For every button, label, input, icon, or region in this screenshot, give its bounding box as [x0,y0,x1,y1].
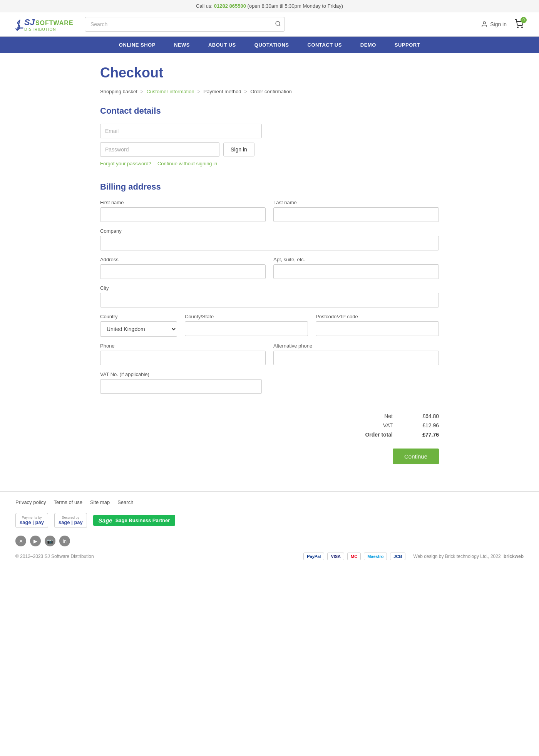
company-label: Company [100,228,439,234]
footer-sitemap[interactable]: Site map [90,499,110,505]
footer-right: PayPal VISA MC Maestro JCB Web design by… [303,553,524,560]
phone-label: Phone [100,343,266,349]
cart-button[interactable]: 0 [514,19,524,30]
phone-group: Phone [100,343,266,365]
country-select[interactable]: United Kingdom [100,321,177,337]
paypal-icon: PayPal [303,553,324,560]
logo-icon: ⍼ [15,17,23,32]
payment-icons: PayPal VISA MC Maestro JCB [303,553,405,560]
twitter-icon[interactable]: ✕ [15,536,26,546]
logo[interactable]: ⍼ SJ SOFTWARE DISTRIBUTION [15,17,77,32]
city-label: City [100,285,439,291]
logo-text: SJ SOFTWARE DISTRIBUTION [24,17,74,32]
alt-phone-group: Alternative phone [273,343,439,365]
postcode-input[interactable] [316,321,439,336]
nav-item-about-us[interactable]: ABOUT US [199,37,245,53]
last-name-input[interactable] [273,207,439,222]
breadcrumb-step4: Order confirmation [250,89,292,94]
footer-bottom: © 2012–2023 SJ Software Distribution Pay… [15,553,524,560]
net-row: Net £64.80 [323,413,439,419]
nav-item-support[interactable]: SUPPORT [385,37,429,53]
breadcrumb-sep1: > [141,89,144,94]
page-title: Checkout [100,65,439,81]
city-input[interactable] [100,293,439,307]
copyright: © 2012–2023 SJ Software Distribution [15,554,94,559]
last-name-group: Last name [273,200,439,222]
vat-label: VAT [383,422,393,428]
city-group: City [100,285,439,307]
nav-item-quotations[interactable]: QUOTATIONS [245,37,298,53]
alt-phone-input[interactable] [273,351,439,365]
order-summary: Net £64.80 VAT £12.96 Order total £77.76 [100,405,439,441]
country-group: Country United Kingdom [100,314,177,337]
vat-row: VAT £12.96 [323,422,439,428]
logo-software: SOFTWARE [35,20,74,27]
svg-point-0 [276,22,280,26]
search-icon[interactable] [275,21,281,28]
postcode-label: Postcode/ZIP code [316,314,439,319]
breadcrumb-sep3: > [244,89,248,94]
company-row: Company [100,228,439,250]
city-row: City [100,285,439,307]
email-input[interactable] [100,124,262,138]
contact-details-section: Contact details Sign in Forgot your pass… [100,106,439,166]
footer-privacy[interactable]: Privacy policy [15,499,46,505]
continue-without-signing-link[interactable]: Continue without signing in [157,161,217,166]
footer-links: Privacy policy Terms of use Site map Sea… [15,499,524,505]
password-row: Sign in [100,142,439,157]
nav-item-contact-us[interactable]: CONTACT US [298,37,351,53]
mastercard-icon: MC [347,553,361,560]
total-label: Order total [365,432,393,438]
address-input[interactable] [100,264,266,279]
continue-button[interactable]: Continue [393,449,439,464]
sage-icon: Sage [99,517,112,524]
forgot-password-link[interactable]: Forgot your password? [100,161,151,166]
apt-label: Apt, suite, etc. [273,257,439,262]
footer-search[interactable]: Search [117,499,133,505]
sign-in-form-button[interactable]: Sign in [223,143,254,156]
logo-sj: SJ [24,17,35,27]
sage-partner-badge: Sage Sage Business Partner [93,515,175,526]
topbar-phone[interactable]: 01282 865500 [214,3,246,9]
nav-item-news[interactable]: NEWS [165,37,199,53]
sage-partner-text: Sage Business Partner [116,517,170,523]
linkedin-icon[interactable]: in [59,536,70,546]
nav-item-demo[interactable]: DEMO [351,37,385,53]
maestro-icon: Maestro [364,553,387,560]
breadcrumb-step2[interactable]: Customer information [146,89,194,94]
breadcrumb-step3: Payment method [203,89,241,94]
secured-badge: Secured by sage | pay [54,513,87,528]
country-label: Country [100,314,177,319]
vat-input[interactable] [100,379,262,394]
county-input[interactable] [185,321,308,336]
webdesign-text: Web design by Brick technology Ltd., 202… [413,554,500,559]
vat-value: £12.96 [408,422,439,428]
email-row [100,124,439,138]
total-row: Order total £77.76 [323,432,439,438]
footer-terms[interactable]: Terms of use [54,499,82,505]
logo-dist: DISTRIBUTION [24,27,74,32]
name-row: First name Last name [100,200,439,222]
breadcrumb-step1[interactable]: Shopping basket [100,89,137,94]
company-input[interactable] [100,236,439,250]
secured-label: Secured by [62,516,80,519]
apt-input[interactable] [273,264,439,279]
payments-badge: Payments by sage | pay [15,513,48,528]
header-right: Sign in 0 [481,19,524,30]
first-name-input[interactable] [100,207,266,222]
search-area [85,17,285,32]
user-icon [481,21,488,28]
footer: Privacy policy Terms of use Site map Sea… [0,491,539,568]
instagram-icon[interactable]: 📷 [45,536,55,546]
main-content: Checkout Shopping basket > Customer info… [85,53,454,491]
sign-in-link[interactable]: Sign in [481,21,507,28]
svg-point-3 [517,27,518,28]
nav-item-online-shop[interactable]: ONLINE SHOP [110,37,165,53]
phone-input[interactable] [100,351,266,365]
search-input[interactable] [85,17,285,32]
password-input[interactable] [100,142,219,157]
vat-label: VAT No. (if applicable) [100,371,262,377]
jcb-icon: JCB [390,553,405,560]
youtube-icon[interactable]: ▶ [30,536,41,546]
sagepay-label-2: sage | pay [59,519,83,525]
